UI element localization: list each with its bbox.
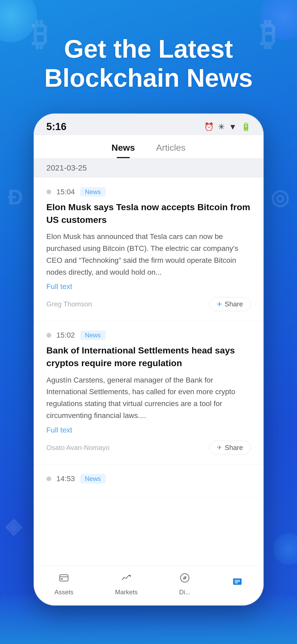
news-excerpt-1: Elon Musk has announced that Tesla cars … <box>46 231 251 278</box>
bg-crypto-icon-4: ◎ <box>271 185 289 210</box>
discover-icon <box>180 573 190 586</box>
wifi-icon: ▼ <box>229 122 237 131</box>
bottom-nav: Assets Markets <box>34 566 263 605</box>
news-meta-1: 15:04 News <box>46 187 251 197</box>
news-time-2: 15:02 <box>56 331 75 339</box>
share-icon-1: ✈ <box>217 301 222 308</box>
news-footer-2: Osato Avan-Nomayo ✈ Share <box>46 441 251 455</box>
news-nav-icon <box>232 576 243 590</box>
battery-icon: 🔋 <box>241 122 251 131</box>
news-badge-3: News <box>80 474 106 484</box>
nav-label-assets: Assets <box>54 588 73 596</box>
news-dot-2 <box>46 333 51 338</box>
nav-item-markets[interactable]: Markets <box>115 573 138 596</box>
nav-label-discover: Di... <box>179 588 191 596</box>
nav-item-news[interactable] <box>232 576 243 592</box>
assets-icon <box>59 573 69 586</box>
status-icons: ⏰ ✳ ▼ 🔋 <box>204 122 251 131</box>
hero-line-2: Blockchain News <box>44 64 253 92</box>
news-dot-3 <box>46 476 51 481</box>
news-author-1: Greg Thomson <box>46 300 92 308</box>
news-time-3: 14:53 <box>56 475 75 483</box>
news-list: 15:04 News Elon Musk says Tesla now acce… <box>34 178 263 566</box>
svg-rect-1 <box>61 578 63 579</box>
news-footer-1: Greg Thomson ✈ Share <box>46 297 251 311</box>
news-meta-3: 14:53 News <box>46 474 251 484</box>
tab-news[interactable]: News <box>111 142 135 158</box>
alarm-icon: ⏰ <box>204 122 214 131</box>
news-badge-2: News <box>80 330 106 340</box>
svg-point-4 <box>184 577 185 578</box>
tabs-bar: News Articles <box>34 135 263 158</box>
news-item-1: 15:04 News Elon Musk says Tesla now acce… <box>34 178 263 321</box>
phone-mockup: 5:16 ⏰ ✳ ▼ 🔋 News Articles 2021-03-25 <box>34 114 263 605</box>
nav-item-assets[interactable]: Assets <box>54 573 73 596</box>
share-icon-2: ✈ <box>217 444 222 451</box>
bg-decoration-circle-3 <box>273 533 297 565</box>
hero-section: Get the Latest Blockchain News <box>0 34 297 93</box>
share-button-2[interactable]: ✈ Share <box>209 441 251 455</box>
nav-item-discover[interactable]: Di... <box>179 573 191 596</box>
status-bar: 5:16 ⏰ ✳ ▼ 🔋 <box>34 114 263 135</box>
news-meta-2: 15:02 News <box>46 330 251 340</box>
news-title-2: Bank of International Settlements head s… <box>46 344 251 369</box>
status-time: 5:16 <box>46 121 67 132</box>
phone-frame: 5:16 ⏰ ✳ ▼ 🔋 News Articles 2021-03-25 <box>34 114 263 605</box>
news-item-2: 15:02 News Bank of International Settlem… <box>34 321 263 464</box>
date-header: 2021-03-25 <box>34 158 263 178</box>
news-time-1: 15:04 <box>56 188 75 196</box>
news-item-3: 14:53 News <box>34 464 263 498</box>
nav-label-markets: Markets <box>115 588 138 596</box>
news-author-2: Osato Avan-Nomayo <box>46 444 110 452</box>
news-title-1: Elon Musk says Tesla now accepts Bitcoin… <box>46 201 251 226</box>
tab-articles[interactable]: Articles <box>156 142 185 158</box>
bg-crypto-icon-3: Ð <box>8 185 23 209</box>
markets-icon <box>121 573 131 586</box>
share-button-1[interactable]: ✈ Share <box>209 297 251 311</box>
bg-crypto-icon-5: ◈ <box>5 514 22 538</box>
news-dot-1 <box>46 190 51 194</box>
news-excerpt-2: Agustín Carstens, general manager of the… <box>46 374 251 422</box>
news-badge-1: News <box>80 187 106 197</box>
hero-line-1: Get the Latest <box>64 35 233 63</box>
bluetooth-icon: ✳ <box>218 122 225 131</box>
full-text-link-1[interactable]: Full text <box>46 282 251 291</box>
svg-rect-0 <box>60 575 68 581</box>
hero-title: Get the Latest Blockchain News <box>16 34 281 93</box>
full-text-link-2[interactable]: Full text <box>46 426 251 434</box>
